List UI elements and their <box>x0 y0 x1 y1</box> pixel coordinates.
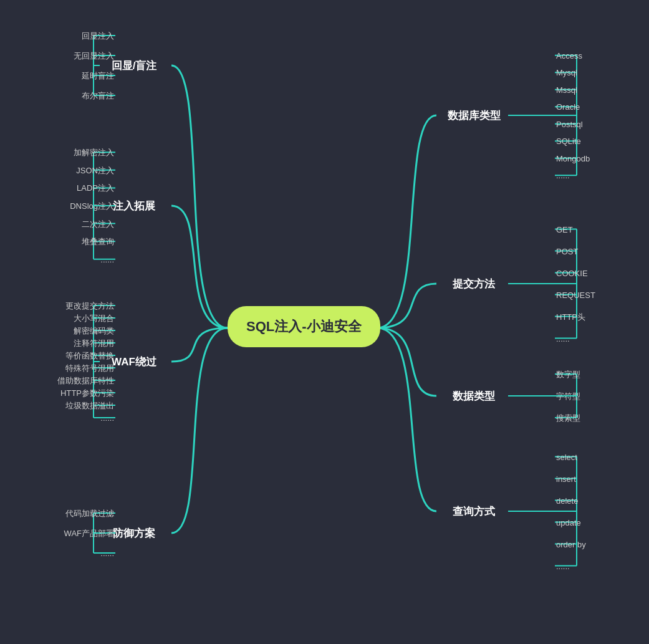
svg-text:提交方法: 提交方法 <box>452 277 496 290</box>
svg-text:Mssql: Mssql <box>556 85 577 95</box>
svg-text:Oracle: Oracle <box>556 102 580 112</box>
svg-text:解密编码类: 解密编码类 <box>74 326 114 335</box>
svg-text:防御方案: 防御方案 <box>113 527 155 539</box>
svg-text:select: select <box>556 453 577 462</box>
svg-text:......: ...... <box>100 255 114 264</box>
svg-text:delete: delete <box>556 496 578 506</box>
svg-text:堆叠查询: 堆叠查询 <box>81 237 114 246</box>
svg-text:HTTP参数污染: HTTP参数污染 <box>60 388 114 398</box>
svg-text:回显/盲注: 回显/盲注 <box>112 59 158 72</box>
svg-text:二次注入: 二次注入 <box>82 219 114 229</box>
svg-text:HTTP头: HTTP头 <box>556 312 585 322</box>
svg-text:等价函数替换: 等价函数替换 <box>65 351 114 360</box>
svg-text:加解密注入: 加解密注入 <box>74 148 114 157</box>
svg-text:WAF绕过: WAF绕过 <box>112 356 157 368</box>
svg-text:SQLite: SQLite <box>556 137 581 146</box>
svg-text:回显注入: 回显注入 <box>82 31 114 41</box>
svg-text:大小写混合: 大小写混合 <box>74 314 114 323</box>
svg-text:借助数据库特性: 借助数据库特性 <box>57 376 114 385</box>
svg-text:WAF产品部署: WAF产品部署 <box>64 529 114 538</box>
svg-text:......: ...... <box>100 413 114 423</box>
svg-text:Mysql: Mysql <box>556 68 577 77</box>
svg-text:JSON注入: JSON注入 <box>76 166 114 175</box>
svg-text:......: ...... <box>556 334 570 344</box>
svg-text:数据类型: 数据类型 <box>452 390 496 402</box>
svg-text:REQUEST: REQUEST <box>556 291 595 300</box>
svg-text:......: ...... <box>100 549 114 558</box>
svg-text:Mongodb: Mongodb <box>556 154 590 163</box>
svg-text:......: ...... <box>556 171 570 180</box>
svg-text:注入拓展: 注入拓展 <box>113 199 156 212</box>
svg-text:POST: POST <box>556 247 578 256</box>
svg-text:查询方式: 查询方式 <box>452 505 496 517</box>
svg-text:布尔盲注: 布尔盲注 <box>82 91 114 100</box>
svg-text:COOKIE: COOKIE <box>556 269 588 278</box>
svg-text:GET: GET <box>556 225 573 234</box>
svg-text:Postsql: Postsql <box>556 120 583 129</box>
center-label: SQL注入-小迪安全 <box>246 317 362 336</box>
svg-text:代码加载过滤: 代码加载过滤 <box>65 509 114 518</box>
svg-text:特殊符号混用: 特殊符号混用 <box>65 363 114 373</box>
svg-text:更改提交方法: 更改提交方法 <box>65 301 114 310</box>
svg-text:搜索型: 搜索型 <box>556 413 580 423</box>
svg-text:无回显注入: 无回显注入 <box>74 51 114 60</box>
svg-text:order by: order by <box>556 540 586 549</box>
svg-text:数据库类型: 数据库类型 <box>447 109 501 122</box>
svg-text:注释符混用: 注释符混用 <box>74 339 114 348</box>
svg-text:延时盲注: 延时盲注 <box>81 71 114 80</box>
svg-text:insert: insert <box>556 474 576 484</box>
svg-text:......: ...... <box>556 562 570 571</box>
svg-text:update: update <box>556 518 581 527</box>
svg-text:DNSlog注入: DNSlog注入 <box>70 201 114 211</box>
svg-text:垃圾数据溢出: 垃圾数据溢出 <box>65 401 114 410</box>
svg-text:LADP注入: LADP注入 <box>77 183 114 193</box>
svg-text:Access: Access <box>556 51 582 60</box>
svg-text:数字型: 数字型 <box>556 370 580 379</box>
center-node: SQL注入-小迪安全 <box>228 306 380 347</box>
